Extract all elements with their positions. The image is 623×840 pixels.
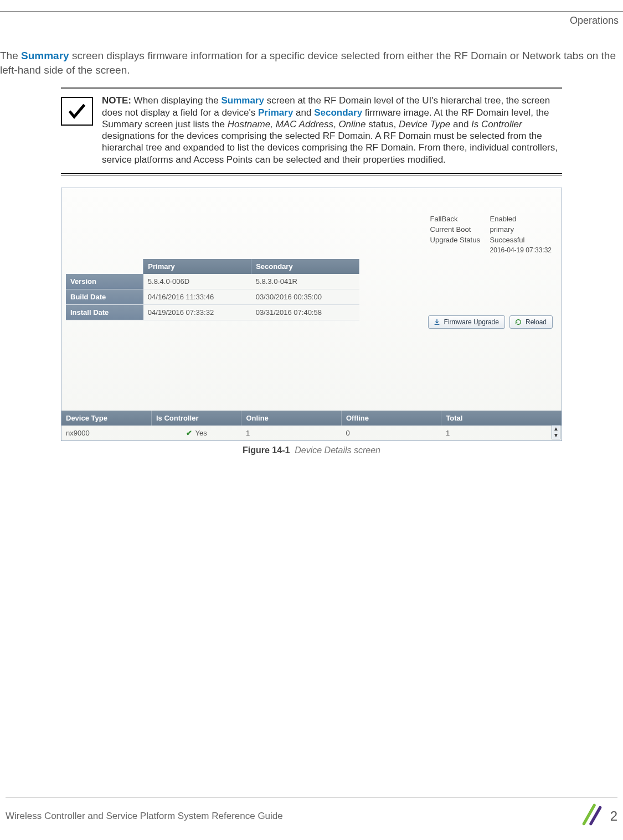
row-install-secondary: 03/31/2016 07:40:58 (251, 304, 359, 320)
row-version-label: Version (66, 274, 143, 289)
reload-label: Reload (526, 318, 547, 326)
intro-pre: The (0, 50, 21, 61)
current-boot-value: primary (490, 225, 552, 234)
status-panel: FallBack Enabled Current Boot primary Up… (430, 215, 552, 254)
note-label: NOTE: (102, 95, 131, 106)
intro-paragraph: The Summary screen displays firmware inf… (0, 49, 623, 82)
row-build-primary: 04/16/2016 11:33:46 (143, 289, 251, 304)
download-icon (433, 318, 441, 326)
cell-total: 1 (441, 426, 562, 440)
note-text: NOTE: When displaying the Summary screen… (102, 95, 562, 165)
check-icon: ✔ (186, 429, 192, 437)
row-version-secondary: 5.8.3.0-041R (251, 274, 359, 289)
table-row: Build Date 04/16/2016 11:33:46 03/30/201… (66, 289, 359, 304)
table-row: nx9000 ✔ Yes 1 0 1 (61, 426, 562, 440)
firmware-table: Primary Secondary Version 5.8.4.0-006D 5… (66, 259, 359, 320)
cell-is-controller: Yes (195, 429, 207, 437)
section-title: Operations (0, 15, 623, 49)
upgrade-status-value: Successful (490, 236, 552, 244)
figure-caption: Figure 14-1 Device Details screen (0, 445, 623, 455)
figure-label: Figure 14-1 (243, 445, 290, 455)
col-offline: Offline (341, 411, 441, 426)
scroll-up-icon[interactable]: ▲ (552, 426, 560, 432)
cell-device-type: nx9000 (61, 426, 151, 440)
logo-slash-icon (580, 803, 604, 829)
row-build-label: Build Date (66, 289, 143, 304)
figure-title: Device Details screen (295, 445, 380, 455)
col-secondary: Secondary (251, 259, 359, 274)
checkmark-icon (61, 97, 93, 126)
firmware-upgrade-label: Firmware Upgrade (444, 318, 499, 326)
col-primary: Primary (143, 259, 251, 274)
col-is-controller: Is Controller (151, 411, 241, 426)
upgrade-timestamp: 2016-04-19 07:33:32 (490, 246, 552, 254)
page-number: 2 (610, 808, 617, 824)
footer-guide-title: Wireless Controller and Service Platform… (6, 811, 283, 822)
upgrade-status-label: Upgrade Status (430, 236, 486, 244)
table-row: Version 5.8.4.0-006D 5.8.3.0-041R (66, 274, 359, 289)
cell-online: 1 (241, 426, 342, 440)
intro-summary-word: Summary (21, 50, 69, 61)
reload-button[interactable]: Reload (509, 315, 553, 329)
table-row: Install Date 04/19/2016 07:33:32 03/31/2… (66, 304, 359, 320)
fallback-value: Enabled (490, 215, 552, 223)
col-device-type: Device Type (61, 411, 151, 426)
cell-offline: 0 (341, 426, 441, 440)
row-install-label: Install Date (66, 304, 143, 320)
col-online: Online (241, 411, 342, 426)
note-block: NOTE: When displaying the Summary screen… (61, 87, 562, 175)
reload-icon (514, 318, 522, 326)
row-version-primary: 5.8.4.0-006D (143, 274, 251, 289)
fallback-label: FallBack (430, 215, 486, 223)
intro-post: screen displays firmware information for… (0, 50, 616, 76)
scrollbar[interactable]: ▲ ▼ (552, 425, 560, 439)
scroll-down-icon[interactable]: ▼ (552, 432, 560, 439)
row-install-primary: 04/19/2016 07:33:32 (143, 304, 251, 320)
firmware-upgrade-button[interactable]: Firmware Upgrade (428, 315, 505, 329)
col-total: Total (441, 411, 562, 426)
current-boot-label: Current Boot (430, 225, 486, 234)
row-build-secondary: 03/30/2016 00:35:00 (251, 289, 359, 304)
device-summary-table: Device Type Is Controller Online Offline… (61, 411, 562, 440)
device-details-figure: FallBack Enabled Current Boot primary Up… (61, 188, 562, 441)
